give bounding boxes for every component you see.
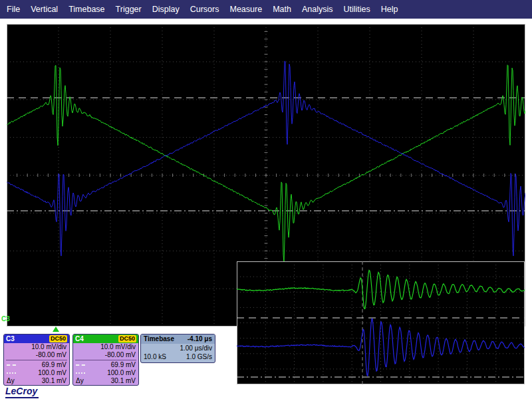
timebase-descriptor[interactable]: Timebase -4.10 μs 1.00 μs/div 10.0 kS 1.… bbox=[140, 334, 215, 363]
timebase-samples: 10.0 kS bbox=[144, 352, 166, 361]
cursor2-line-style-icon bbox=[7, 372, 16, 374]
menu-analysis[interactable]: Analysis bbox=[297, 0, 338, 19]
menu-help[interactable]: Help bbox=[376, 0, 404, 19]
oscilloscope-screen: FileVerticalTimebaseTriggerDisplayCursor… bbox=[0, 0, 532, 399]
menu-vertical[interactable]: Vertical bbox=[25, 0, 63, 19]
channel-id: C4 bbox=[75, 335, 84, 342]
menu-bar: FileVerticalTimebaseTriggerDisplayCursor… bbox=[0, 0, 532, 19]
zoom-inset-display[interactable] bbox=[237, 261, 525, 384]
cursor1-line-style-icon bbox=[7, 364, 16, 366]
timebase-sample-rate: 1.0 GS/s bbox=[186, 352, 212, 361]
delta-y-value: 30.1 mV bbox=[111, 377, 136, 385]
channel-offset: -80.00 mV bbox=[4, 351, 69, 359]
channel-offset: -80.00 mV bbox=[73, 351, 138, 359]
delta-y-value: 30.1 mV bbox=[42, 377, 66, 385]
menu-cursors[interactable]: Cursors bbox=[185, 0, 225, 19]
timebase-scale: 1.00 μs/div bbox=[141, 344, 215, 352]
menu-math[interactable]: Math bbox=[267, 0, 297, 19]
channel-descriptor-c4[interactable]: C4DC5010.0 mV/div-80.00 mV69.9 mV100.0 m… bbox=[72, 334, 139, 386]
menu-display[interactable]: Display bbox=[147, 0, 185, 19]
trigger-position-marker[interactable] bbox=[53, 327, 59, 332]
zoom-trace-c4 bbox=[237, 270, 525, 309]
cursor1-value: 69.9 mV bbox=[42, 361, 66, 369]
menu-utilities[interactable]: Utilities bbox=[338, 0, 375, 19]
divider bbox=[6, 360, 67, 360]
cursor1-value: 69.9 mV bbox=[111, 361, 136, 369]
coupling-badge: DC50 bbox=[49, 335, 67, 342]
channel-scale: 10.0 mV/div bbox=[73, 343, 138, 351]
zoom-trace-c3 bbox=[237, 319, 525, 376]
cursor2-line-style-icon bbox=[76, 372, 85, 374]
menu-measure[interactable]: Measure bbox=[224, 0, 267, 19]
lecroy-logo: LeCroy bbox=[5, 386, 39, 398]
coupling-badge: DC50 bbox=[118, 335, 136, 342]
cursor2-value: 100.0 mV bbox=[107, 369, 136, 377]
delta-y-label: Δy bbox=[7, 377, 15, 385]
cursor1-line-style-icon bbox=[76, 364, 85, 366]
channel-descriptor-row: C3DC5010.0 mV/div-80.00 mV69.9 mV100.0 m… bbox=[3, 334, 139, 386]
timebase-delay: -4.10 μs bbox=[188, 335, 212, 343]
menu-timebase[interactable]: Timebase bbox=[63, 0, 110, 19]
trace-label: C3 bbox=[1, 315, 10, 323]
channel-id: C3 bbox=[6, 335, 15, 342]
divider bbox=[75, 360, 136, 360]
cursor2-value: 100.0 mV bbox=[38, 369, 66, 377]
timebase-title: Timebase bbox=[144, 335, 174, 343]
menu-trigger[interactable]: Trigger bbox=[110, 0, 147, 19]
channel-descriptor-c3[interactable]: C3DC5010.0 mV/div-80.00 mV69.9 mV100.0 m… bbox=[3, 334, 70, 386]
channel-scale: 10.0 mV/div bbox=[4, 343, 69, 351]
menu-file[interactable]: File bbox=[1, 0, 25, 19]
delta-y-label: Δy bbox=[76, 377, 84, 385]
trace-c3 bbox=[7, 61, 525, 256]
